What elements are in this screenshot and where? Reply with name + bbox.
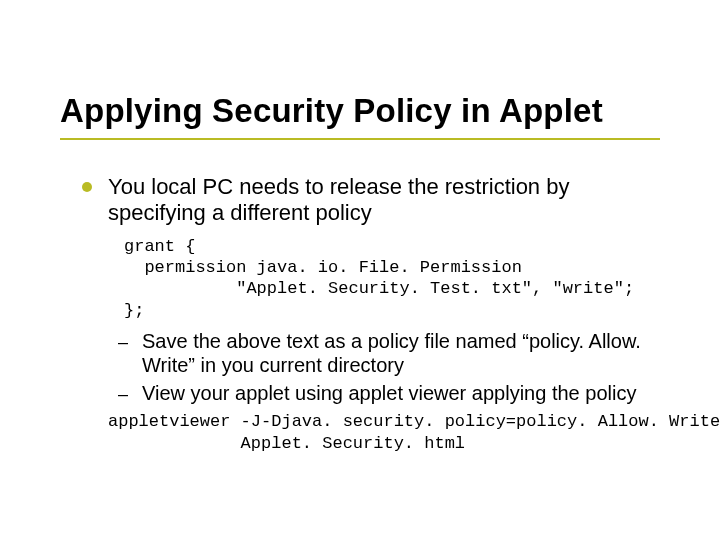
sub-bullet-list: – Save the above text as a policy file n… [118,329,662,406]
bullet-text: You local PC needs to release the restri… [108,174,662,226]
bullet-disc-icon [82,182,92,192]
code-block-appletviewer: appletviewer -J-Djava. security. policy=… [108,411,662,454]
dash-icon: – [118,331,128,354]
slide: Applying Security Policy in Applet You l… [0,0,720,540]
bullet-item: You local PC needs to release the restri… [82,174,662,226]
dash-icon: – [118,383,128,406]
sub-bullet-item: – View your applet using applet viewer a… [118,381,662,406]
sub-bullet-item: – Save the above text as a policy file n… [118,329,662,377]
slide-title: Applying Security Policy in Applet [60,92,603,130]
code-block-grant: grant { permission java. io. File. Permi… [124,236,662,321]
sub-bullet-text: Save the above text as a policy file nam… [142,329,662,377]
slide-content: You local PC needs to release the restri… [82,174,662,454]
sub-bullet-text: View your applet using applet viewer app… [142,381,636,405]
title-underline [60,138,660,140]
